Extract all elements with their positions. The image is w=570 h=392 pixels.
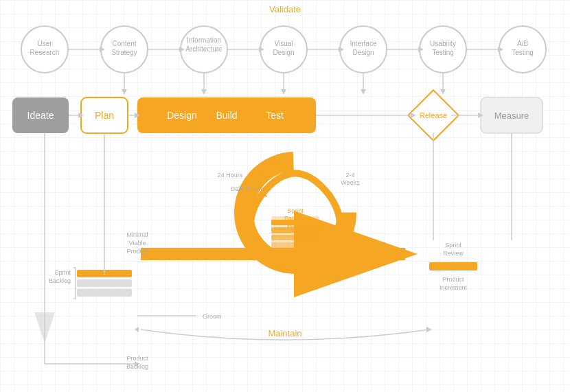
grid-background (0, 0, 570, 392)
diagram-container: Validate User Research Content Strategy … (0, 0, 570, 392)
